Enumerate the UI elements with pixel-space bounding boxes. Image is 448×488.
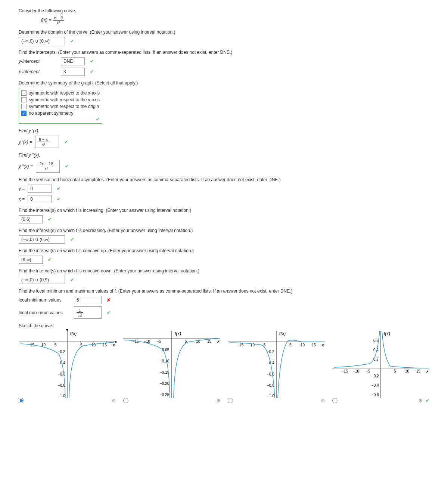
graph-d: f(x) x −15−10−5 51015 0.60.40.2 −0.2−0.4… [332,331,429,398]
radio-graph-b[interactable] [123,398,128,403]
svg-marker-3 [66,329,68,331]
radio-graph-d[interactable] [332,398,337,403]
ypp-input[interactable]: 2x − 18x⁴ [36,160,60,173]
inc-prompt: Find the interval(s) on which f is incre… [19,208,429,213]
check-icon: ✔ [48,217,52,222]
svg-text:−0.20: −0.20 [160,382,169,386]
svg-text:−0.10: −0.10 [160,359,169,363]
va-label: x = [19,197,25,202]
svg-text:x: x [321,342,324,348]
svg-text:−0.6: −0.6 [371,393,379,397]
svg-text:f(x): f(x) [384,331,390,336]
svg-text:10: 10 [405,369,410,373]
yp-input[interactable]: 6 − xx³ [35,136,59,148]
check-icon: ✔ [426,398,429,403]
inc-input[interactable]: (0,6) [19,215,43,223]
check-icon: ✔ [64,139,68,145]
svg-text:0.6: 0.6 [373,339,379,343]
ha-input[interactable]: 0 [28,185,52,193]
check-icon: ✔ [48,257,52,262]
check-icon: ✔ [70,237,74,242]
svg-text:5: 5 [394,369,396,373]
svg-text:−0.2: −0.2 [371,374,379,378]
svg-text:−5: −5 [366,369,370,373]
sketch-prompt: Sketch the curve. [19,323,429,328]
svg-text:−1.0: −1.0 [267,394,274,398]
svg-text:10: 10 [91,343,96,347]
ha-label: y = [19,186,25,191]
ypp-label: y ″(x) = [19,164,33,169]
yint-label: y-intercept [19,59,58,64]
check-icon: ✔ [107,310,111,315]
magnify-icon[interactable]: ⊕ [419,398,422,403]
asym-prompt: Find the vertical and horizontal asympto… [19,177,429,182]
intro: Consider the following curve. [19,8,429,13]
cd-prompt: Find the interval(s) on which f is conca… [19,268,429,274]
magnify-icon[interactable]: ⊕ [217,398,220,403]
yp-label: y ′(x) = [19,139,32,145]
svg-text:−0.8: −0.8 [267,383,274,387]
domain-prompt: Determine the domain of the curve. (Ente… [19,30,429,35]
ypp-prompt: Find y ″(x). [19,152,429,158]
max-input[interactable]: 112 [74,306,102,319]
svg-text:−0.4: −0.4 [371,383,379,387]
svg-text:x: x [217,339,220,344]
min-label: local minimum values [19,297,71,303]
checkbox-sym-x[interactable] [21,90,27,96]
svg-text:15: 15 [416,369,421,373]
cd-input[interactable]: (−∞,0) ∪ (0,9) [19,276,65,284]
svg-text:15: 15 [312,343,316,347]
fx-eq: f(x) = x − 3x² [41,16,429,25]
graph-b: f(x) x −15−10−5 51015 −0.05−0.10−0.15−0.… [123,331,220,398]
xint-input[interactable]: 3 [61,68,85,76]
intercepts-prompt: Find the intercepts. (Enter your answers… [19,50,429,55]
svg-text:−0.6: −0.6 [267,372,274,376]
yint-input[interactable]: DNE [61,57,85,65]
cu-input[interactable]: (9,∞) [19,256,43,264]
svg-text:5: 5 [289,343,292,347]
check-icon: ✔ [70,277,74,282]
check-icon: ✔ [70,38,74,44]
svg-text:f(x): f(x) [70,331,77,336]
symmetry-prompt: Determine the symmetry of the graph. (Se… [19,80,429,86]
svg-text:−0.8: −0.8 [58,383,65,387]
magnify-icon[interactable]: ⊕ [112,398,116,403]
svg-text:−0.2: −0.2 [267,350,274,354]
max-label: local maximum values [19,310,71,315]
min-input[interactable]: 6 [74,296,102,304]
check-icon: ✔ [57,197,60,202]
checkbox-sym-origin[interactable] [21,104,27,109]
svg-text:f(x): f(x) [175,331,181,336]
svg-text:0.4: 0.4 [373,348,379,352]
check-icon: ✔ [65,164,69,169]
svg-text:−5: −5 [157,339,161,343]
graph-a: f(x) x −15−10−5 51015 −0.2−0.4−0.6−0.8−1… [19,331,116,398]
svg-text:10: 10 [196,339,200,343]
svg-text:−0.6: −0.6 [58,372,65,376]
magnify-icon[interactable]: ⊕ [321,398,325,403]
checkbox-sym-none[interactable]: ✓ [21,111,27,116]
dec-input[interactable]: (−∞,0) ∪ (6,∞) [19,235,65,244]
svg-text:x: x [112,342,115,348]
radio-graph-c[interactable] [228,398,233,403]
check-icon: ✔ [57,186,60,191]
svg-text:15: 15 [207,339,212,343]
svg-text:f(x): f(x) [279,331,286,336]
domain-input[interactable]: (−∞,0) ∪ (0,∞) [19,37,65,45]
svg-text:x: x [426,368,429,374]
cu-prompt: Find the interval(s) on which f is conca… [19,248,429,253]
checkbox-sym-y[interactable] [21,97,27,102]
svg-text:−0.25: −0.25 [160,393,169,397]
svg-text:−15: −15 [237,343,243,347]
check-icon: ✔ [96,117,100,122]
check-icon: ✔ [90,59,94,64]
svg-text:15: 15 [103,343,107,347]
radio-graph-a[interactable] [19,398,24,403]
xint-label: x-intercept [19,69,58,74]
yp-prompt: Find y ′(x). [19,128,429,133]
va-input[interactable]: 0 [28,195,52,203]
svg-text:−5: −5 [52,343,57,347]
check-icon: ✔ [90,69,94,74]
svg-text:−1.0: −1.0 [58,394,65,398]
ext-prompt: Find the local minimum and maximum value… [19,288,429,294]
